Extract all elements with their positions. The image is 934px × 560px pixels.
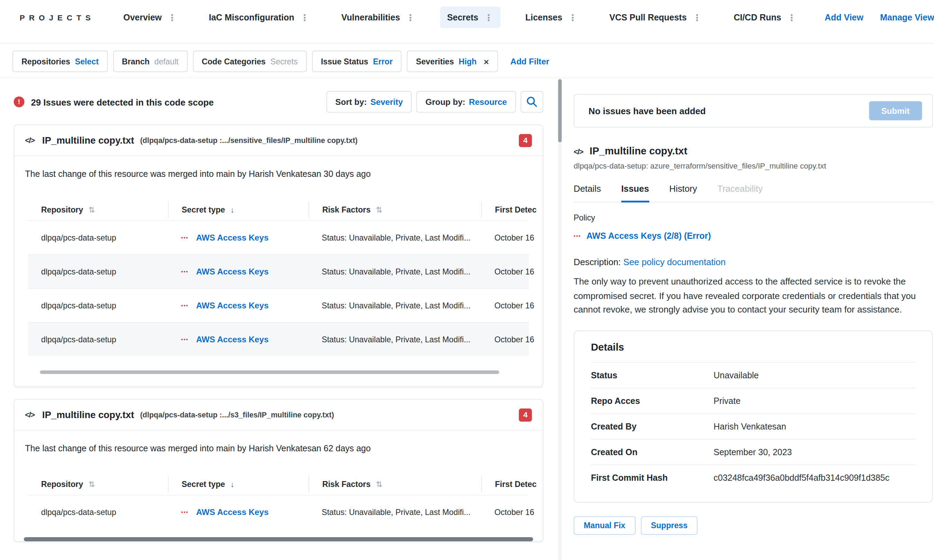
- tab-vcs-pull-requests[interactable]: VCS Pull Requests ⋮: [602, 6, 709, 28]
- projects-logo: PROJECTS: [20, 13, 95, 22]
- vertical-scrollbar-thumb[interactable]: [558, 79, 562, 142]
- secret-mask-icon: •••: [181, 303, 188, 308]
- tab-iac-misconfiguration[interactable]: IaC Misconfiguration ⋮: [202, 6, 316, 28]
- sort-both-icon[interactable]: ⇅: [376, 205, 383, 214]
- filter-code-categories[interactable]: Code Categories Secrets: [193, 51, 307, 72]
- table-row[interactable]: dlpqa/pcs-data-setup ••• AWS Access Keys…: [28, 288, 529, 322]
- col-first-detected[interactable]: First Detec: [481, 202, 543, 218]
- col-label: Secret type: [182, 205, 225, 214]
- cell-risk-factors: Status: Unavailable, Private, Last Modif…: [308, 233, 481, 242]
- manual-fix-button[interactable]: Manual Fix: [574, 516, 635, 534]
- tab-menu-icon[interactable]: ⋮: [568, 13, 577, 22]
- panel-resource-title: IP_multiline copy.txt: [589, 145, 687, 157]
- tab-label: IaC Misconfiguration: [209, 12, 294, 22]
- tab-secrets[interactable]: Secrets ⋮: [440, 6, 500, 28]
- add-view-link[interactable]: Add View: [825, 12, 863, 22]
- col-repository[interactable]: Repository ⇅: [28, 476, 168, 492]
- add-filter-link[interactable]: Add Filter: [510, 57, 549, 66]
- tab-history[interactable]: History: [669, 183, 697, 202]
- tab-details[interactable]: Details: [574, 183, 601, 202]
- cell-secret-type: ••• AWS Access Keys: [168, 233, 308, 243]
- secret-mask-icon: •••: [574, 233, 581, 239]
- tab-menu-icon[interactable]: ⋮: [787, 13, 796, 22]
- resource-card-header[interactable]: </> IP_multiline copy.txt (dlpqa/pcs-dat…: [14, 125, 542, 156]
- sort-desc-icon[interactable]: ↓: [231, 205, 234, 214]
- secret-mask-icon: •••: [181, 337, 188, 342]
- tab-menu-icon[interactable]: ⋮: [168, 13, 177, 22]
- detail-value: Harish Venkatesan: [714, 421, 915, 431]
- cell-repository: dlpqa/pcs-data-setup: [28, 301, 168, 310]
- col-label: Risk Factors: [322, 205, 371, 214]
- sort-by-button[interactable]: Sort by: Severity: [326, 91, 412, 112]
- group-by-button[interactable]: Group by: Resource: [417, 91, 516, 112]
- sort-both-icon[interactable]: ⇅: [89, 480, 95, 489]
- resource-card-header[interactable]: </> IP_multiline copy.txt (dlpqa/pcs-dat…: [14, 400, 542, 431]
- filter-value[interactable]: Error: [373, 57, 393, 66]
- resource-title: IP_multiline copy.txt: [42, 409, 134, 420]
- secret-type-link[interactable]: AWS Access Keys: [196, 335, 268, 345]
- col-label: Repository: [41, 480, 83, 489]
- tab-menu-icon[interactable]: ⋮: [484, 13, 493, 22]
- search-button[interactable]: [521, 91, 543, 112]
- filter-value[interactable]: Select: [75, 57, 98, 66]
- tab-issues[interactable]: Issues: [621, 183, 649, 203]
- detail-value: Unavailable: [714, 370, 915, 380]
- tab-menu-icon[interactable]: ⋮: [693, 13, 702, 22]
- filter-label: Issue Status: [321, 57, 368, 66]
- col-risk-factors[interactable]: Risk Factors ⇅: [308, 476, 481, 492]
- filter-branch[interactable]: Branch default: [113, 51, 187, 72]
- horizontal-scrollbar[interactable]: [24, 537, 533, 541]
- table-row[interactable]: dlpqa/pcs-data-setup ••• AWS Access Keys…: [28, 220, 529, 254]
- col-first-detected[interactable]: First Detec: [481, 476, 543, 492]
- sort-both-icon[interactable]: ⇅: [376, 480, 383, 489]
- tab-menu-icon[interactable]: ⋮: [300, 13, 309, 22]
- secret-type-link[interactable]: AWS Access Keys: [196, 233, 268, 243]
- filter-repositories[interactable]: Repositories Select: [12, 51, 108, 72]
- cell-secret-type: ••• AWS Access Keys: [168, 301, 308, 311]
- detail-row: Status Unavailable: [591, 362, 916, 387]
- table-row[interactable]: dlpqa/pcs-data-setup ••• AWS Access Keys…: [28, 495, 529, 529]
- tab-menu-icon[interactable]: ⋮: [406, 13, 415, 22]
- col-repository[interactable]: Repository ⇅: [28, 202, 168, 218]
- policy-link[interactable]: AWS Access Keys (2/8) (Error): [586, 231, 711, 241]
- table-row[interactable]: dlpqa/pcs-data-setup ••• AWS Access Keys…: [28, 322, 529, 356]
- table-row[interactable]: dlpqa/pcs-data-setup ••• AWS Access Keys…: [28, 254, 529, 288]
- cell-risk-factors: Status: Unavailable, Private, Last Modif…: [308, 301, 481, 310]
- col-label: Secret type: [182, 480, 225, 489]
- table-header: Repository ⇅ Secret type ↓ Risk Factors …: [28, 199, 529, 220]
- filter-issue-status[interactable]: Issue Status Error: [312, 51, 402, 72]
- secret-type-link[interactable]: AWS Access Keys: [196, 267, 268, 277]
- secret-type-link[interactable]: AWS Access Keys: [196, 301, 268, 311]
- col-secret-type[interactable]: Secret type ↓: [168, 202, 308, 218]
- filter-severities[interactable]: Severities High ×: [407, 51, 498, 72]
- sort-both-icon[interactable]: ⇅: [89, 205, 95, 214]
- app-viewport: PROJECTS Overview ⋮ IaC Misconfiguration…: [0, 0, 934, 560]
- vertical-scrollbar-track[interactable]: [558, 78, 562, 560]
- cell-first-detected: October 16: [481, 233, 543, 242]
- suppress-button[interactable]: Suppress: [641, 516, 697, 534]
- filter-value[interactable]: High: [459, 57, 477, 66]
- close-icon[interactable]: ×: [484, 57, 489, 66]
- horizontal-scrollbar[interactable]: [40, 370, 499, 374]
- detail-row: Created On September 30, 2023: [591, 438, 916, 464]
- filter-value[interactable]: default: [154, 57, 178, 66]
- detail-label: Created By: [591, 421, 714, 431]
- tab-label: Vulnerabilities: [342, 12, 400, 22]
- filter-value[interactable]: Secrets: [270, 57, 298, 66]
- cell-first-detected: October 16: [481, 508, 543, 517]
- sort-desc-icon[interactable]: ↓: [231, 480, 234, 489]
- tab-cicd-runs[interactable]: CI/CD Runs ⋮: [727, 6, 803, 28]
- cell-first-detected: October 16: [481, 301, 543, 310]
- submit-button[interactable]: Submit: [869, 102, 922, 120]
- sort-by-value: Severity: [371, 97, 403, 106]
- manage-views-link[interactable]: Manage Views: [880, 12, 934, 22]
- secret-type-link[interactable]: AWS Access Keys: [196, 508, 268, 517]
- col-secret-type[interactable]: Secret type ↓: [168, 476, 308, 492]
- col-risk-factors[interactable]: Risk Factors ⇅: [308, 202, 481, 218]
- policy-documentation-link[interactable]: See policy documentation: [623, 257, 726, 267]
- tab-vulnerabilities[interactable]: Vulnerabilities ⋮: [334, 6, 422, 28]
- tab-licenses[interactable]: Licenses ⋮: [518, 6, 584, 28]
- tab-overview[interactable]: Overview ⋮: [116, 6, 184, 28]
- cell-secret-type: ••• AWS Access Keys: [168, 508, 308, 517]
- resource-title: IP_multiline copy.txt: [42, 135, 134, 146]
